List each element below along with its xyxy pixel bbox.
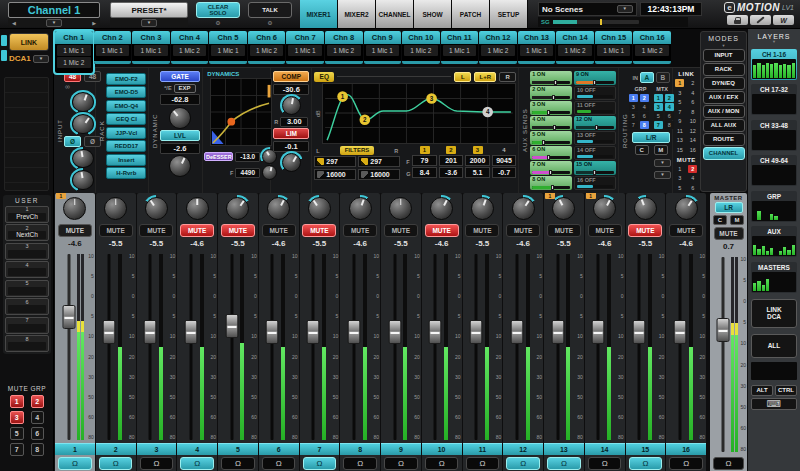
mute-button[interactable]: MUTE <box>384 224 418 237</box>
aux-send-handle[interactable] <box>542 140 545 145</box>
mute-group-button-8[interactable]: 8 <box>31 443 45 456</box>
aux-send-slider[interactable] <box>532 81 570 84</box>
rack-slot-8[interactable]: H-Rvrb <box>106 167 146 179</box>
tab-mixer1[interactable]: MIXER1 <box>300 0 338 28</box>
chevron-down-icon[interactable]: ▼ <box>46 19 62 27</box>
aux-send-handle[interactable] <box>552 95 555 100</box>
eq-band-freq[interactable]: 201 <box>439 155 464 166</box>
mute-button[interactable]: MUTE <box>588 224 622 237</box>
pan-knob[interactable] <box>226 197 249 220</box>
link-cell-4[interactable]: 4 <box>688 89 697 97</box>
eq-right-button[interactable]: R <box>499 72 516 82</box>
digital-trim-left-knob[interactable] <box>72 149 94 169</box>
phase-left-button[interactable]: Ø <box>64 136 81 147</box>
aux-send-slider[interactable] <box>577 95 613 98</box>
mute-button[interactable]: MUTE <box>669 224 703 237</box>
fader-thumb[interactable] <box>62 305 75 329</box>
aux-send-5[interactable]: 5 ON <box>530 131 572 145</box>
mute-cell-1[interactable]: 1 <box>675 165 684 173</box>
mute-group-button-4[interactable]: 4 <box>31 411 45 424</box>
channel-number[interactable]: 16 <box>666 443 706 455</box>
chevron-down-icon[interactable]: ▼ <box>722 44 726 48</box>
gate-button[interactable]: GATE <box>160 71 200 82</box>
channel-number[interactable]: 4 <box>177 443 217 455</box>
pan-knob[interactable] <box>308 197 331 220</box>
mute-button[interactable]: MUTE <box>506 224 540 237</box>
cue-button[interactable]: Ω <box>343 457 376 470</box>
hpf-right[interactable]: 297 <box>358 156 400 167</box>
aux-send-slider[interactable] <box>532 96 570 99</box>
fader-thumb[interactable] <box>551 320 564 344</box>
fader-thumb[interactable] <box>716 318 729 342</box>
aux-send-4[interactable]: 4 ON <box>530 116 572 130</box>
next-channel-icon[interactable]: ▶ <box>92 20 96 26</box>
rack-slot-6[interactable]: REDD17 <box>106 140 146 152</box>
mute-group-button-2[interactable]: 2 <box>31 395 45 408</box>
channel-header-8[interactable]: Chn 81 Mic 2 <box>325 31 363 64</box>
layer-ch-33-48[interactable]: CH 33-48 <box>751 120 797 151</box>
aux-send-handle[interactable] <box>554 80 557 85</box>
aux-send-slider[interactable] <box>532 171 570 174</box>
input-gain-right-knob[interactable] <box>72 114 94 134</box>
channel-number[interactable]: 9 <box>381 443 421 455</box>
mode-rack[interactable]: RACK <box>703 63 745 76</box>
input-a-button[interactable]: A <box>640 72 654 83</box>
mute-button[interactable]: MUTE <box>547 224 581 237</box>
fader-thumb[interactable] <box>388 320 401 344</box>
scene-selector[interactable]: No Scenes ▼ <box>538 2 637 16</box>
aux-send-6[interactable]: 6 ON <box>530 146 572 160</box>
leveler-value[interactable]: -2.6 <box>160 143 200 154</box>
comp-threshold-knob[interactable] <box>282 96 301 115</box>
channel-number[interactable]: 1 <box>55 443 95 455</box>
channel-header-1[interactable]: Chn 11 Mic 11 Mic 2 <box>55 31 93 73</box>
cue-button[interactable]: Ω <box>588 457 621 470</box>
eq-band-tab[interactable]: 2 <box>446 146 456 154</box>
eq-left-right-button[interactable]: L+R <box>474 72 496 82</box>
chevron-down-icon[interactable]: ▼ <box>33 55 49 63</box>
mute-group-button-7[interactable]: 7 <box>10 443 24 456</box>
eq-band-freq[interactable]: 9045 <box>492 155 517 166</box>
grp-cell-1[interactable]: 1 <box>629 94 638 102</box>
eq-band-gain[interactable]: -0.7 <box>492 167 517 178</box>
channel-header-12[interactable]: Chn 121 Mic 2 <box>479 31 517 64</box>
mute-cell-3[interactable]: 3 <box>675 174 684 182</box>
master-mute-button[interactable]: MUTE <box>714 227 744 240</box>
cue-button[interactable]: Ω <box>425 457 458 470</box>
master-lr-button[interactable]: LR <box>715 202 743 213</box>
aux-send-handle[interactable] <box>549 170 552 175</box>
fader-thumb[interactable] <box>184 320 197 344</box>
user-button-6[interactable]: 6 <box>5 298 49 315</box>
aux-send-7[interactable]: 7 ON <box>530 161 572 175</box>
link-cell-2[interactable]: 2 <box>688 79 697 87</box>
channel-selector-name[interactable]: Channel 1 <box>8 2 100 18</box>
aux-send-slider[interactable] <box>576 81 614 84</box>
exp-mode-button[interactable]: EXP <box>174 84 196 93</box>
limiter-button[interactable]: LIM <box>273 128 309 139</box>
mute-group-button-5[interactable]: 5 <box>10 427 24 440</box>
link-cell-14[interactable]: 14 <box>688 136 697 144</box>
fader-thumb[interactable] <box>347 320 360 344</box>
aux-send-1[interactable]: 1 ON <box>530 71 572 85</box>
channel-number[interactable]: 10 <box>422 443 462 455</box>
preset-button[interactable]: PRESET* <box>110 2 188 18</box>
link-cell-3[interactable]: 3 <box>675 89 684 97</box>
leveler-knob[interactable] <box>169 155 191 177</box>
mute-group-button-6[interactable]: 6 <box>31 427 45 440</box>
chevron-down-icon[interactable]: ▼ <box>654 171 670 179</box>
mtx-cell-1[interactable]: 1 <box>654 94 663 102</box>
channel-number[interactable]: 3 <box>137 443 177 455</box>
alt-button[interactable]: ALT <box>751 385 773 396</box>
link-cell-10[interactable]: 10 <box>688 117 697 125</box>
fader-thumb[interactable] <box>673 320 686 344</box>
grp-cell-4[interactable]: 4 <box>640 103 649 111</box>
pan-knob[interactable] <box>63 197 86 220</box>
cue-button[interactable]: Ω <box>547 457 580 470</box>
cue-button[interactable]: Ω <box>384 457 417 470</box>
user-button-4[interactable]: 4 <box>5 261 49 278</box>
patch-button[interactable] <box>750 15 771 25</box>
eq-band-freq[interactable]: 2000 <box>465 155 490 166</box>
cue-button[interactable]: Ω <box>221 457 254 470</box>
pan-knob[interactable] <box>186 197 209 220</box>
mtx-cell-7[interactable]: 7 <box>654 121 663 129</box>
master-c-button[interactable]: C <box>713 215 727 225</box>
